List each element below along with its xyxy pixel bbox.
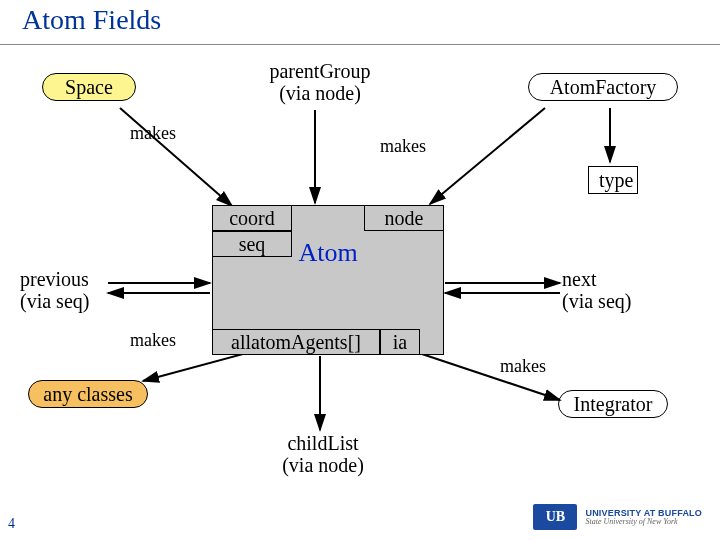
field-node: node bbox=[364, 205, 444, 231]
field-coord: coord bbox=[212, 205, 292, 231]
label-next: next (via seq) bbox=[562, 268, 662, 312]
label-previous: previous (via seq) bbox=[20, 268, 110, 312]
svg-line-2 bbox=[430, 108, 545, 204]
field-allatom-agents: allatomAgents[] bbox=[212, 329, 380, 355]
page-number: 4 bbox=[8, 516, 15, 532]
field-seq: seq bbox=[212, 231, 292, 257]
node-any-classes: any classes bbox=[28, 380, 148, 408]
edge-label-makes-1: makes bbox=[130, 123, 176, 144]
field-ia: ia bbox=[380, 329, 420, 355]
ub-logo-icon: UB bbox=[533, 504, 577, 530]
label-child-list: childList (via node) bbox=[268, 432, 378, 476]
university-logo: UB UNIVERSITY AT BUFFALO State Universit… bbox=[533, 504, 702, 530]
node-atom-factory: AtomFactory bbox=[528, 73, 678, 101]
node-space: Space bbox=[42, 73, 136, 101]
edge-label-makes-3: makes bbox=[130, 330, 176, 351]
diagram-canvas: Space parentGroup (via node) AtomFactory… bbox=[0, 48, 720, 540]
university-subtitle: State University of New York bbox=[585, 518, 702, 526]
label-parent-group: parentGroup (via node) bbox=[250, 60, 390, 104]
node-type: type bbox=[588, 166, 638, 194]
edge-label-makes-2: makes bbox=[380, 136, 426, 157]
edge-label-makes-4: makes bbox=[500, 356, 546, 377]
node-integrator: Integrator bbox=[558, 390, 668, 418]
slide-title: Atom Fields bbox=[0, 0, 720, 45]
